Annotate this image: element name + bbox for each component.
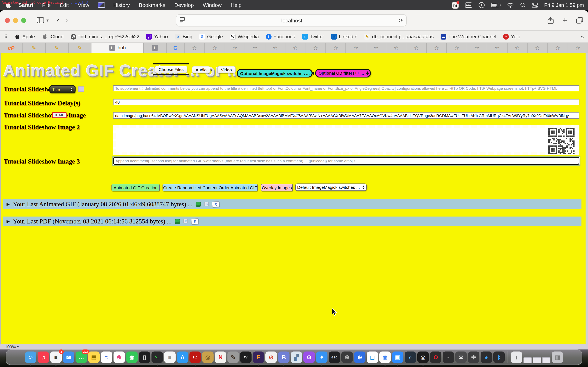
mobile-icon[interactable]	[196, 202, 201, 207]
randomized-order-button[interactable]: Create Randomized Content Order Animated…	[163, 184, 258, 191]
choose-files-button[interactable]: Choose Files	[155, 66, 187, 73]
dock-nomachine[interactable]: ⊘	[265, 351, 277, 363]
dock-messages[interactable]: …203	[76, 351, 87, 363]
tab-empty-8[interactable]: ☆	[326, 43, 346, 53]
reload-icon[interactable]: ⟳	[398, 17, 403, 24]
dock-settings-utility[interactable]: ✻	[341, 351, 353, 363]
email-small-icon[interactable]: E	[183, 219, 188, 224]
tab-empty-18[interactable]: ☆	[527, 43, 548, 53]
tab-overview-icon[interactable]	[576, 17, 583, 24]
bookmark-facebook[interactable]: fFacebook	[266, 34, 295, 39]
dock-firefox[interactable]: F	[253, 351, 264, 363]
bookmark-pencil[interactable]: ✎db_connect.p...aaasaaafaas	[364, 34, 434, 39]
dock-wrench-utility[interactable]: ✚	[468, 351, 479, 363]
last-animated-gif-section[interactable]: ▶ Your Last Animated GIF (January 08 202…	[3, 200, 581, 209]
video-button[interactable]: Video	[217, 66, 235, 73]
menu-item-help[interactable]: Help	[231, 2, 242, 8]
dock-zoom[interactable]: ▣	[392, 351, 403, 363]
tab-empty-14[interactable]: ☆	[447, 43, 467, 53]
dock-mail-utility[interactable]: ✉	[455, 351, 467, 363]
overlay-images-button[interactable]: Overlay Images	[261, 184, 293, 191]
dock-opera[interactable]: O	[430, 351, 441, 363]
last-pdf-section[interactable]: ▶ Your Last PDF (November 03 2021 06:14:…	[3, 217, 581, 226]
dock-reminders[interactable]: ≡3	[50, 351, 62, 363]
menubar-clock[interactable]: Fri 9 Jan 1:59 pm	[544, 2, 584, 8]
tab-active-huh[interactable]: L huh	[91, 43, 144, 53]
tab-empty-6[interactable]: ☆	[285, 43, 306, 53]
play-status-icon[interactable]	[478, 2, 484, 8]
tab-cpanel[interactable]: cP	[0, 43, 23, 53]
menu-item-window[interactable]: Window	[203, 2, 222, 8]
html-badge-button[interactable]: HTML	[52, 112, 66, 118]
dock-docker[interactable]: ◻	[367, 351, 378, 363]
bookmark-bing[interactable]: bBing	[175, 34, 192, 39]
dock-finder[interactable]: ☺	[25, 351, 36, 363]
dock-gimp[interactable]: ✎	[227, 351, 239, 363]
dock-filezilla[interactable]: FZ	[190, 351, 201, 363]
tab-empty-3[interactable]: ☆	[225, 43, 245, 53]
dock-safari[interactable]: ✦	[316, 351, 328, 363]
comment-input-focused[interactable]	[113, 157, 579, 165]
bookmark-twitter[interactable]: tTwitter	[302, 34, 324, 39]
dock-text-document[interactable]: ≡	[164, 351, 176, 363]
sidebar-icon[interactable]	[37, 17, 44, 23]
window-scrollbar-track[interactable]	[586, 53, 588, 344]
spotlight-search-icon[interactable]	[520, 2, 525, 8]
dock-pictures[interactable]: ▞	[291, 351, 302, 363]
audio-button[interactable]: Audio	[192, 66, 210, 73]
wifi-icon[interactable]	[507, 3, 513, 8]
email-envelope-icon[interactable]: E	[212, 201, 220, 207]
menu-item-bookmarks[interactable]: Bookmarks	[139, 2, 165, 8]
menu-item-develop[interactable]: Develop	[174, 2, 194, 8]
tab-empty-13[interactable]: ☆	[427, 43, 447, 53]
bookmark-wordpress[interactable]: Wfind_minus....rep+%22s%22	[70, 34, 139, 39]
tab-editor-3[interactable]: ✎	[69, 43, 91, 53]
bookmarks-overflow-icon[interactable]: »	[581, 33, 584, 40]
dock-photos[interactable]: ❀	[113, 351, 125, 363]
minimize-button[interactable]	[13, 18, 18, 23]
minimized-window[interactable]	[542, 357, 550, 363]
dock-obs[interactable]: ◎	[417, 351, 429, 363]
bookmark-google[interactable]: GGoogle	[199, 34, 223, 39]
dock-iphone-mirroring[interactable]: ▯	[139, 351, 150, 363]
close-button[interactable]	[5, 18, 10, 23]
imagemagick-switches-select[interactable]: Optional ImageMagick switches ...	[237, 69, 312, 77]
dock-bbedit[interactable]: B	[278, 351, 290, 363]
tab-empty-1[interactable]: ☆	[185, 43, 205, 53]
dock-terminal-esc[interactable]: esc	[329, 351, 340, 363]
tab-empty-17[interactable]: ☆	[507, 43, 527, 53]
app-status-icon[interactable]: m	[452, 2, 458, 8]
tab-localhost-2[interactable]: L	[144, 43, 167, 53]
forward-button[interactable]: ›	[66, 16, 68, 24]
mobile-icon[interactable]	[175, 219, 180, 224]
minimized-window[interactable]	[523, 357, 532, 363]
zoom-level[interactable]: 100%	[5, 344, 16, 349]
tab-empty-11[interactable]: ☆	[386, 43, 406, 53]
default-switches-select[interactable]: Default ImageMagick switches ...	[295, 184, 367, 191]
title-colour-swatch[interactable]	[78, 86, 84, 92]
new-tab-icon[interactable]: +	[563, 16, 567, 25]
battery-icon[interactable]	[491, 3, 501, 7]
tab-empty-5[interactable]: ☆	[265, 43, 285, 53]
gd-filters-select[interactable]: Optional GD filters++ ...	[315, 69, 371, 77]
image-data-input[interactable]	[113, 112, 579, 119]
dock-mail[interactable]: ✉	[63, 351, 74, 363]
tab-editor-1[interactable]: ✎	[23, 43, 46, 53]
tab-editor-2[interactable]: ✎	[46, 43, 69, 53]
tab-empty-7[interactable]: ☆	[306, 43, 326, 53]
dock-blue-globe[interactable]: ⊕	[354, 351, 365, 363]
delay-input[interactable]	[113, 99, 579, 105]
display-icon[interactable]	[98, 2, 105, 8]
email-small-icon[interactable]: E	[204, 202, 209, 206]
dock-trash[interactable]: ▥	[552, 351, 563, 363]
bookmark-apple-gray[interactable]: iCloud	[42, 34, 63, 39]
bookmark-wikipedia[interactable]: WWikipedia	[230, 34, 259, 39]
dock-podcasts[interactable]: ʘ	[303, 351, 315, 363]
tab-google[interactable]: G	[167, 43, 185, 53]
control-center-icon[interactable]	[532, 3, 537, 8]
tab-empty-4[interactable]: ☆	[245, 43, 265, 53]
zoom-caret-icon[interactable]: ▾	[17, 345, 19, 349]
dock-music[interactable]: ♫	[38, 351, 49, 363]
dock-apple-tv[interactable]: tv	[240, 351, 251, 363]
tab-empty-20[interactable]: ☆	[568, 43, 588, 53]
